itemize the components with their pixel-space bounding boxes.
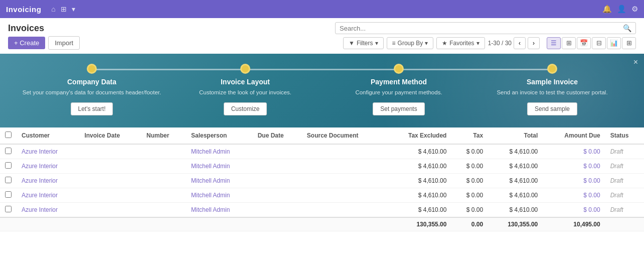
table-view-button[interactable]: ⊟ xyxy=(592,37,606,49)
wizard-step-payment: Payment Method Configure your payment me… xyxy=(322,64,475,115)
row-checkbox-cell xyxy=(0,144,17,159)
wizard-close-button[interactable]: × xyxy=(633,58,638,67)
wizard-step-1-button[interactable]: Let's start! xyxy=(71,102,113,115)
group-by-button[interactable]: ≡ Group By ▾ xyxy=(387,37,434,49)
list-view-button[interactable]: ☰ xyxy=(547,37,561,49)
row-number xyxy=(141,159,186,174)
col-customer: Customer xyxy=(17,127,79,144)
topbar: Invoicing ⌂ ⊞ ▾ 🔔 👤 ⚙ xyxy=(0,0,644,18)
create-button[interactable]: + Create xyxy=(8,37,45,49)
table-footer-row: 130,355.00 0.00 130,355.00 10,495.00 xyxy=(0,217,644,231)
grid-view-button[interactable]: ⊞ xyxy=(622,37,636,49)
actions-row: + Create Import ▼ Filters ▾ ≡ Group By ▾… xyxy=(0,34,644,54)
search-icon[interactable]: 🔍 xyxy=(623,24,631,32)
row-tax-excluded: $ 4,610.00 xyxy=(386,203,451,218)
wizard-step-2-button[interactable]: Customize xyxy=(224,102,267,115)
pagination-nav: ‹ › xyxy=(514,37,540,49)
row-customer: Azure Interior xyxy=(17,188,79,203)
footer-empty xyxy=(0,217,386,231)
filter-icon: ▼ xyxy=(349,40,355,47)
table-row: Azure Interior Mitchell Admin $ 4,610.00… xyxy=(0,174,644,188)
row-total: $ 4,610.00 xyxy=(488,159,543,174)
row-checkbox-cell xyxy=(0,203,17,218)
row-tax-excluded: $ 4,610.00 xyxy=(386,159,451,174)
table-row: Azure Interior Mitchell Admin $ 4,610.00… xyxy=(0,144,644,159)
favorites-label: Favorites xyxy=(449,40,474,47)
col-number: Number xyxy=(141,127,186,144)
col-salesperson: Salesperson xyxy=(186,127,253,144)
wizard-step-company: Company Data Set your company's data for… xyxy=(15,64,169,115)
row-source-doc xyxy=(302,144,386,159)
wizard-step-3-button[interactable]: Set payments xyxy=(373,102,424,115)
wizard-banner: × Company Data Set your company's data f… xyxy=(0,54,644,127)
wizard-step-4-title: Sample Invoice xyxy=(527,78,578,86)
row-tax-excluded: $ 4,610.00 xyxy=(386,144,451,159)
row-status: Draft xyxy=(605,144,644,159)
row-number xyxy=(141,188,186,203)
wizard-step-layout: Invoice Layout Customize the look of you… xyxy=(169,64,322,115)
row-customer: Azure Interior xyxy=(17,174,79,188)
row-salesperson: Mitchell Admin xyxy=(186,203,253,218)
row-due-date xyxy=(253,159,302,174)
page-title: Invoices xyxy=(8,23,44,34)
group-by-icon: ≡ xyxy=(392,40,396,47)
select-all-checkbox[interactable] xyxy=(5,132,12,138)
row-customer: Azure Interior xyxy=(17,203,79,218)
favorites-chevron-icon: ▾ xyxy=(476,40,479,47)
row-total: $ 4,610.00 xyxy=(488,203,543,218)
row-number xyxy=(141,203,186,218)
row-due-date xyxy=(253,144,302,159)
row-invoice-date xyxy=(79,174,141,188)
col-invoice-date: Invoice Date xyxy=(79,127,141,144)
row-checkbox-3[interactable] xyxy=(5,191,12,198)
wizard-step-4-button[interactable]: Send sample xyxy=(527,102,577,115)
row-total: $ 4,610.00 xyxy=(488,144,543,159)
row-status: Draft xyxy=(605,159,644,174)
import-button[interactable]: Import xyxy=(48,36,80,50)
chart-view-button[interactable]: 📊 xyxy=(607,37,621,49)
filters-button[interactable]: ▼ Filters ▾ xyxy=(343,37,384,49)
apps-icon[interactable]: ⊞ xyxy=(61,5,67,13)
col-tax: Tax xyxy=(451,127,488,144)
filters-chevron-icon: ▾ xyxy=(375,40,378,47)
row-due-date xyxy=(253,203,302,218)
wizard-steps: Company Data Set your company's data for… xyxy=(15,64,629,115)
prev-page-button[interactable]: ‹ xyxy=(514,37,526,49)
col-source-doc: Source Document xyxy=(302,127,386,144)
row-salesperson: Mitchell Admin xyxy=(186,174,253,188)
view-toggle: ☰ ⊞ 📅 ⊟ 📊 ⊞ xyxy=(547,37,636,49)
row-checkbox-2[interactable] xyxy=(5,177,12,183)
star-icon: ★ xyxy=(442,40,447,47)
next-page-button[interactable]: › xyxy=(528,37,540,49)
row-checkbox-0[interactable] xyxy=(5,148,12,154)
chevron-down-icon[interactable]: ▾ xyxy=(72,5,75,13)
row-checkbox-cell xyxy=(0,159,17,174)
topbar-right: 🔔 👤 ⚙ xyxy=(602,5,638,14)
kanban-view-button[interactable]: ⊞ xyxy=(562,37,576,49)
settings-icon[interactable]: ⚙ xyxy=(631,5,638,14)
row-total: $ 4,610.00 xyxy=(488,188,543,203)
wizard-step-1-desc: Set your company's data for documents he… xyxy=(19,88,165,96)
bell-icon[interactable]: 🔔 xyxy=(602,5,612,14)
row-checkbox-cell xyxy=(0,174,17,188)
row-amount-due: $ 0.00 xyxy=(543,188,605,203)
row-checkbox-4[interactable] xyxy=(5,206,12,212)
row-checkbox-1[interactable] xyxy=(5,162,12,169)
favorites-button[interactable]: ★ Favorites ▾ xyxy=(436,37,485,49)
search-input[interactable] xyxy=(340,25,623,32)
group-by-chevron-icon: ▾ xyxy=(425,40,428,47)
topbar-nav-icons: ⌂ ⊞ ▾ xyxy=(51,5,75,13)
row-tax-excluded: $ 4,610.00 xyxy=(386,174,451,188)
row-customer: Azure Interior xyxy=(17,159,79,174)
table-header-checkbox xyxy=(0,127,17,144)
home-icon[interactable]: ⌂ xyxy=(51,5,55,13)
wizard-step-3-title: Payment Method xyxy=(371,78,427,86)
user-icon[interactable]: 👤 xyxy=(617,5,626,14)
row-number xyxy=(141,174,186,188)
calendar-view-button[interactable]: 📅 xyxy=(577,37,591,49)
row-salesperson: Mitchell Admin xyxy=(186,159,253,174)
col-amount-due: Amount Due xyxy=(543,127,605,144)
wizard-dot-3 xyxy=(394,64,404,74)
row-status: Draft xyxy=(605,203,644,218)
filters-label: Filters xyxy=(357,40,373,47)
